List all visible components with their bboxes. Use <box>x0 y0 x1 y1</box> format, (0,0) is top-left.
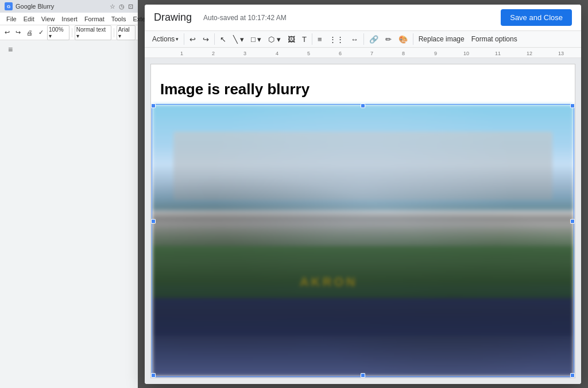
ruler-mark-13: 13 <box>558 51 564 56</box>
shape-tool[interactable]: □ ▾ <box>248 34 264 45</box>
toolbar-divider-1 <box>72 28 72 37</box>
link-icon: 🔗 <box>369 36 378 43</box>
handle-mid-left[interactable] <box>151 219 156 224</box>
undo-button[interactable]: ↩ <box>2 28 12 37</box>
toolbar-divider-2 <box>114 28 114 37</box>
drawing-toolbar: Actions ▾ ↩ ↪ ↖ ╲ ▾ □ ▾ ⬡ ▾ 🖼 T ≡ ⋮⋮ ↔ 🔗… <box>145 31 581 48</box>
stadium-image[interactable]: AKRON <box>152 105 574 377</box>
text-tool[interactable]: ⬡ ▾ <box>265 34 284 45</box>
ruler-mark-4: 4 <box>276 51 278 56</box>
ruler: 1 2 3 4 5 6 7 8 9 10 11 12 13 <box>145 48 581 58</box>
undo-icon: ↩ <box>189 36 196 43</box>
drawing-dialog: Drawing Auto-saved at 10:17:42 AM Save a… <box>145 5 581 384</box>
image-icon: 🖼 <box>288 36 295 43</box>
dt-divider-5 <box>413 33 413 45</box>
drawing-canvas[interactable]: Image is really blurry AKRON <box>150 64 575 378</box>
redo-icon: ↪ <box>203 36 209 43</box>
canvas-image-text: Image is really blurry <box>160 80 310 98</box>
handle-top-mid[interactable] <box>361 103 365 108</box>
color-fill-tool[interactable]: ✏ <box>382 34 394 45</box>
dt-divider-1 <box>184 33 184 45</box>
table-icon: ⋮⋮ <box>329 36 344 43</box>
paint-tool[interactable]: 🎨 <box>396 34 411 45</box>
line-tool[interactable]: ╲ ▾ <box>230 34 247 45</box>
line-icon: ╲ ▾ <box>233 36 244 43</box>
sidebar-icon[interactable]: ≡ <box>5 44 16 55</box>
menu-tools[interactable]: Tools <box>109 14 129 24</box>
redo-tool[interactable]: ↪ <box>200 34 212 45</box>
select-icon: ↖ <box>220 36 226 43</box>
docs-background <box>0 0 138 388</box>
people-area <box>152 213 574 377</box>
align-icon: ↔ <box>351 36 358 43</box>
link-tool[interactable]: 🔗 <box>366 34 381 45</box>
ruler-mark-8: 8 <box>402 51 405 56</box>
ruler-mark-7: 7 <box>370 51 373 56</box>
handle-top-right[interactable] <box>570 103 575 108</box>
menu-view[interactable]: View <box>38 14 58 24</box>
history-icon[interactable]: ◷ <box>119 3 125 10</box>
dialog-header: Drawing Auto-saved at 10:17:42 AM Save a… <box>145 5 581 31</box>
shape-icon: □ ▾ <box>251 36 261 43</box>
text-icon: T <box>302 36 307 43</box>
replace-image-button[interactable]: Replace image <box>416 33 467 45</box>
menu-format[interactable]: Format <box>82 14 107 24</box>
actions-menu[interactable]: Actions ▾ <box>149 33 181 45</box>
print-button[interactable]: 🖨 <box>24 28 35 37</box>
dialog-autosave: Auto-saved at 10:17:42 AM <box>203 14 287 22</box>
canvas-area[interactable]: Image is really blurry AKRON <box>145 58 581 384</box>
menu-bar: File Edit View Insert Format Tools Exten… <box>0 13 138 25</box>
menu-insert[interactable]: Insert <box>59 14 80 24</box>
dialog-title: Drawing <box>154 11 192 24</box>
cast-icon[interactable]: ⊡ <box>128 3 133 10</box>
menu-file[interactable]: File <box>3 14 20 24</box>
dialog-overlay: Drawing Auto-saved at 10:17:42 AM Save a… <box>138 0 588 388</box>
tab-title: Google Blurry <box>16 3 54 10</box>
fill-icon: ✏ <box>385 36 392 43</box>
ruler-mark-1: 1 <box>180 51 183 56</box>
zoom-select[interactable]: 100% ▾ <box>47 25 69 40</box>
tab-bar: G Google Blurry ☆ ◷ ⊡ <box>0 0 138 13</box>
ruler-mark-12: 12 <box>527 51 532 56</box>
bookmark-icon[interactable]: ☆ <box>110 3 115 10</box>
ruler-mark-2: 2 <box>212 51 215 56</box>
dt-divider-3 <box>312 33 312 45</box>
handle-mid-right[interactable] <box>570 219 575 224</box>
ruler-mark-3: 3 <box>243 51 246 56</box>
dt-divider-4 <box>363 33 364 45</box>
text-box-tool[interactable]: T <box>299 34 310 45</box>
handle-top-left[interactable] <box>151 103 156 108</box>
redo-button[interactable]: ↪ <box>13 28 23 37</box>
textbox-icon: ⬡ ▾ <box>268 36 281 43</box>
tab-icons[interactable]: ☆ ◷ ⊡ <box>110 3 133 10</box>
dt-divider-2 <box>214 33 215 45</box>
font-select[interactable]: Arial ▾ <box>117 25 136 40</box>
ruler-mark-11: 11 <box>495 51 501 56</box>
actions-label: Actions <box>152 35 175 43</box>
ruler-marks: 1 2 3 4 5 6 7 8 9 10 11 12 13 <box>145 48 581 57</box>
paint-icon: 🎨 <box>399 36 408 43</box>
handle-bottom-mid[interactable] <box>361 373 365 378</box>
ruler-mark-5: 5 <box>307 51 310 56</box>
ruler-mark-6: 6 <box>339 51 342 56</box>
undo-tool[interactable]: ↩ <box>187 34 199 45</box>
menu-edit[interactable]: Edit <box>21 14 37 24</box>
border-tool[interactable]: ≡ <box>315 34 325 45</box>
spellcheck-button[interactable]: ✓ <box>36 28 46 37</box>
tab-favicon: G <box>5 2 13 10</box>
image-tool[interactable]: 🖼 <box>285 34 298 45</box>
handle-bottom-left[interactable] <box>151 373 156 378</box>
ruler-mark-9: 9 <box>434 51 437 56</box>
format-options-button[interactable]: Format options <box>469 33 520 45</box>
border-icon: ≡ <box>318 36 322 43</box>
table-tool[interactable]: ⋮⋮ <box>326 34 347 45</box>
select-tool[interactable]: ↖ <box>217 34 229 45</box>
style-select[interactable]: Normal text ▾ <box>75 25 111 40</box>
actions-arrow: ▾ <box>176 36 179 42</box>
handle-bottom-right[interactable] <box>570 373 575 378</box>
toolbar: ↩ ↪ 🖨 ✓ 100% ▾ Normal text ▾ Arial ▾ <box>0 25 138 40</box>
save-close-button[interactable]: Save and Close <box>501 9 572 26</box>
ruler-mark-10: 10 <box>463 51 469 56</box>
align-tool[interactable]: ↔ <box>348 34 361 45</box>
